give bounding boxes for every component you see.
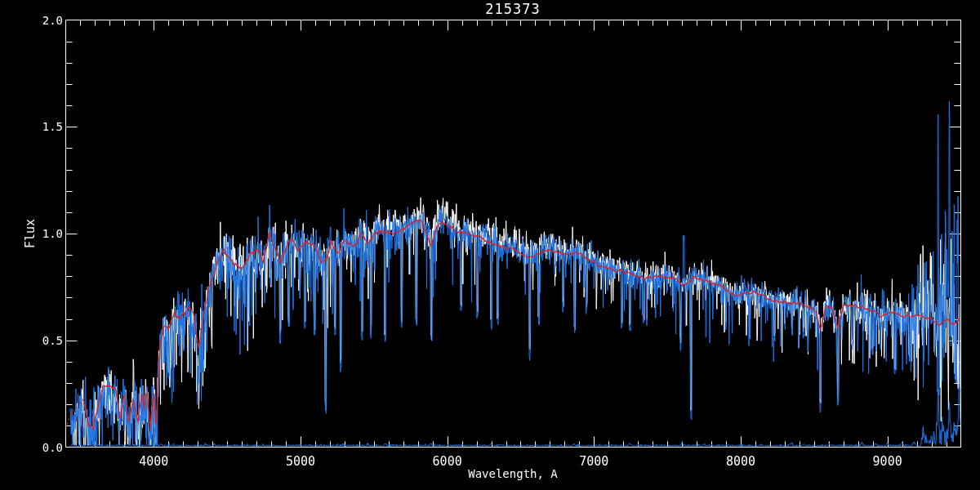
y-tick-label: 0.0 [42, 441, 63, 454]
y-tick-label: 1.0 [42, 227, 63, 240]
y-tick-label: 0.5 [42, 334, 63, 347]
x-tick-label: 4000 [139, 454, 168, 469]
x-axis-label: Wavelength, A [468, 467, 558, 480]
spectrum-canvas [0, 0, 980, 490]
x-tick-label: 5000 [286, 454, 315, 469]
x-tick-label: 6000 [433, 454, 462, 469]
y-tick-label: 1.5 [42, 120, 63, 133]
x-tick-label: 8000 [726, 454, 755, 469]
plot-title: 215373 [485, 1, 540, 17]
x-tick-label: 7000 [579, 454, 608, 469]
x-tick-label: 9000 [873, 454, 902, 469]
y-axis-label: Flux [23, 219, 38, 248]
spectrum-plot-window: 215373 Wavelength, A Flux 40005000600070… [0, 0, 980, 490]
y-tick-label: 2.0 [42, 14, 63, 27]
